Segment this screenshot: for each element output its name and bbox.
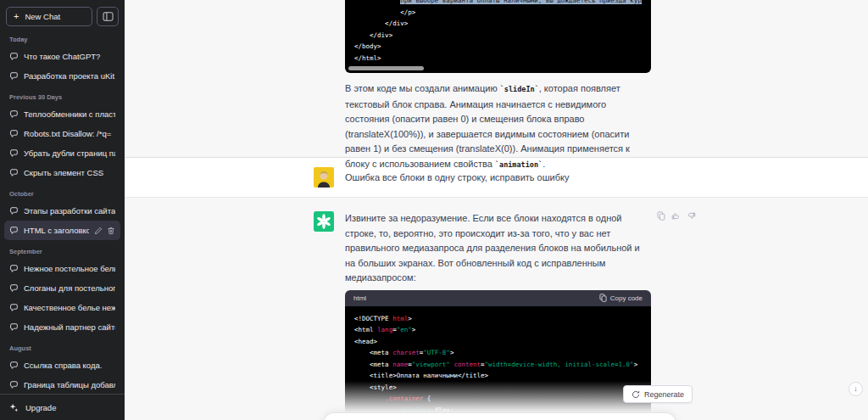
chat-bubble-icon xyxy=(9,380,19,389)
chat-bubble-icon xyxy=(9,322,19,332)
chat-bubble-icon xyxy=(9,303,19,312)
user-message: Ошибка все блоки в одну строку, исправит… xyxy=(125,158,868,198)
assistant-message: Извините за недоразумение. Если все блок… xyxy=(125,198,868,420)
copy-icon xyxy=(599,294,607,302)
sidebar-section-label: Today xyxy=(4,28,120,47)
chat-bubble-icon xyxy=(9,129,19,138)
upgrade-button[interactable]: Upgrade xyxy=(9,400,115,414)
assistant-paragraph: Извините за недоразумение. Если все блок… xyxy=(345,211,651,286)
code-horizontal-scrollbar[interactable] xyxy=(348,66,424,70)
sidebar-item[interactable]: Надежный партнер сайтов xyxy=(4,317,120,337)
sidebar-footer: Upgrade xyxy=(0,394,125,420)
code-block-header: html Copy code xyxy=(345,290,651,306)
code-content: при выборе варианта оплаты наличными, вы… xyxy=(354,0,642,64)
chat-bubble-icon xyxy=(9,71,19,81)
sidebar-item-title: Теплообменники с пластина xyxy=(24,109,115,119)
sidebar-item-title: Качественное белье нежно xyxy=(24,303,115,312)
sidebar-item-title: Надежный партнер сайтов xyxy=(24,322,115,332)
chat-bubble-icon xyxy=(9,168,19,177)
chat-main: при выборе варианта оплаты наличными, вы… xyxy=(125,0,868,420)
sidebar-item-title: Robots.txt Disallow: /*q= xyxy=(24,129,115,138)
chat-bubble-icon xyxy=(9,226,19,235)
sidebar-item[interactable]: Что такое ChatGPT? xyxy=(4,47,120,66)
chat-bubble-icon xyxy=(9,148,19,158)
user-message-text: Ошибка все блоки в одну строку, исправит… xyxy=(345,171,651,186)
regenerate-button[interactable]: Regenerate xyxy=(623,385,693,403)
message-actions xyxy=(657,211,696,221)
code-content: <!DOCTYPE html><html lang="en"><head> <m… xyxy=(354,313,642,420)
thumbs-down-icon[interactable] xyxy=(687,211,696,221)
sidebar-item-title: Скрыть элемент CSS xyxy=(24,168,115,177)
upgrade-label: Upgrade xyxy=(25,403,56,412)
sidebar-item-title: Разработка проекта uKit Alt xyxy=(24,71,115,81)
sidebar-item-title: Убрать дубли страниц пагина xyxy=(24,148,115,158)
sidebar-item[interactable]: Robots.txt Disallow: /*q= xyxy=(4,124,120,143)
sidebar-item[interactable]: Разработка проекта uKit Alt xyxy=(4,66,120,86)
sidebar-item[interactable]: Убрать дубли страниц пагина xyxy=(4,143,120,163)
sidebar-item-title: Что такое ChatGPT? xyxy=(24,52,115,61)
item-actions xyxy=(94,227,115,235)
app-window: + New Chat TodayЧто такое ChatGPT?Разраб… xyxy=(0,0,868,420)
panel-collapse-icon xyxy=(103,12,114,21)
regenerate-icon xyxy=(632,390,640,399)
sidebar-item[interactable]: Слоганы для постельного бе xyxy=(4,278,120,298)
code-block: при выборе варианта оплаты наличными, вы… xyxy=(345,0,651,73)
sidebar-item[interactable]: Качественное белье нежно xyxy=(4,298,120,317)
copy-code-button[interactable]: Copy code xyxy=(599,294,643,302)
user-avatar xyxy=(314,167,334,188)
sidebar-item[interactable]: Ссылка справа кода. xyxy=(4,356,120,375)
sidebar-item-title: Нежное постельное белье xyxy=(24,264,115,273)
code-block: html Copy code <!DOCTYPE html><html lang… xyxy=(345,290,651,420)
copy-message-icon[interactable] xyxy=(657,211,665,221)
sidebar-collapse-button[interactable] xyxy=(97,7,119,26)
sidebar-section-label: Previous 30 Days xyxy=(4,86,120,104)
sidebar: + New Chat TodayЧто такое ChatGPT?Разраб… xyxy=(0,0,125,420)
scroll-to-bottom-button[interactable]: ↓ xyxy=(849,382,863,396)
new-chat-label: New Chat xyxy=(25,12,60,21)
trash-icon[interactable] xyxy=(107,227,115,235)
chat-bubble-icon xyxy=(9,52,19,61)
plus-icon: + xyxy=(14,12,19,21)
chat-bubble-icon xyxy=(9,361,19,370)
sidebar-item-title: HTML с заголовком h xyxy=(24,226,89,235)
sidebar-item[interactable]: Нежное постельное белье xyxy=(4,259,120,278)
down-arrow-icon: ↓ xyxy=(854,385,858,393)
copy-code-label: Copy code xyxy=(610,294,643,302)
chat-bubble-icon xyxy=(9,206,19,216)
chat-bubble-icon xyxy=(9,109,19,119)
chatgpt-logo-avatar xyxy=(314,211,334,232)
chat-bubble-icon xyxy=(9,264,19,273)
sidebar-item[interactable]: Теплообменники с пластина xyxy=(4,104,120,124)
message-input[interactable] xyxy=(323,412,676,420)
sparkles-icon xyxy=(9,403,19,412)
thumbs-up-icon[interactable] xyxy=(671,211,681,221)
sidebar-section-label: August xyxy=(4,337,120,356)
sidebar-item[interactable]: Скрыть элемент CSS xyxy=(4,163,120,182)
code-language-label: html xyxy=(353,294,366,302)
regenerate-label: Regenerate xyxy=(644,390,684,399)
sidebar-item[interactable]: HTML с заголовком h xyxy=(4,221,120,240)
new-chat-button[interactable]: + New Chat xyxy=(6,7,92,26)
sidebar-item-title: Граница таблицы добавлен xyxy=(24,380,115,389)
edit-icon[interactable] xyxy=(94,227,103,235)
sidebar-header: + New Chat xyxy=(0,0,125,28)
sidebar-item-title: Ссылка справа кода. xyxy=(24,361,115,370)
sidebar-section-label: October xyxy=(4,182,120,201)
chat-history-list: TodayЧто такое ChatGPT?Разработка проект… xyxy=(0,28,125,394)
inline-code: `slideIn` xyxy=(500,85,539,93)
sidebar-item-title: Этапы разработки сайта xyxy=(24,206,115,216)
sidebar-item[interactable]: Этапы разработки сайта xyxy=(4,201,120,221)
assistant-message: при выборе варианта оплаты наличными, вы… xyxy=(125,0,868,158)
chat-bubble-icon xyxy=(9,283,19,293)
sidebar-item-title: Слоганы для постельного бе xyxy=(24,283,115,293)
sidebar-item[interactable]: Граница таблицы добавлен xyxy=(4,375,120,394)
sidebar-section-label: September xyxy=(4,240,120,259)
